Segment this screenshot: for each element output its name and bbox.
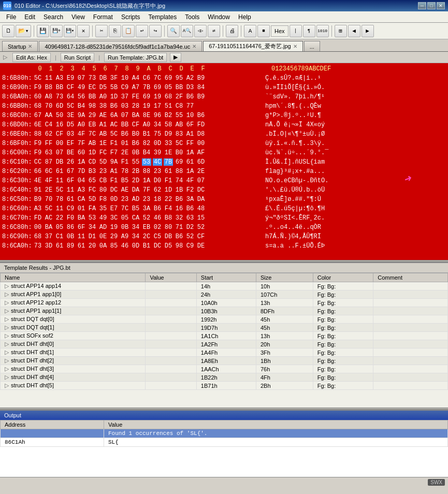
hex-byte[interactable]: 70 bbox=[44, 103, 53, 110]
hex-byte[interactable]: B6 bbox=[131, 140, 140, 147]
hex-byte[interactable]: B2 bbox=[164, 112, 173, 119]
hex-byte[interactable]: BB bbox=[88, 93, 97, 100]
hex-byte[interactable]: 23 bbox=[142, 196, 151, 203]
hex-byte[interactable]: 04 bbox=[77, 177, 86, 184]
hex-byte[interactable]: 11 bbox=[44, 75, 53, 82]
hex-byte[interactable]: 2E bbox=[44, 186, 53, 194]
hex-byte[interactable]: AD bbox=[98, 224, 108, 231]
hex-byte[interactable]: 2B bbox=[131, 168, 140, 175]
hex-byte[interactable]: AC bbox=[109, 121, 119, 128]
hex-byte[interactable]: 3A bbox=[185, 196, 195, 203]
hex-byte[interactable]: B6 bbox=[175, 196, 184, 203]
hex-byte[interactable]: 5D bbox=[88, 196, 97, 203]
hex-byte[interactable]: B4 bbox=[142, 149, 151, 156]
hex-byte[interactable]: CD bbox=[88, 158, 97, 166]
hex-byte[interactable]: 00 bbox=[196, 140, 206, 147]
hex-byte[interactable]: 23 bbox=[120, 196, 129, 203]
hex-byte[interactable]: 01 bbox=[77, 205, 86, 212]
hex-byte[interactable]: 6F bbox=[77, 224, 86, 231]
hex-byte[interactable]: CF bbox=[66, 84, 75, 91]
find-text-button[interactable]: A🔍 bbox=[181, 25, 193, 37]
hex-byte[interactable]: 37 bbox=[120, 93, 129, 100]
hex-byte[interactable]: 2E bbox=[120, 149, 129, 156]
hex-byte[interactable]: BA bbox=[44, 224, 53, 231]
hex-byte[interactable]: 69 bbox=[142, 93, 151, 100]
hex-byte[interactable]: 32 bbox=[175, 214, 184, 222]
hex-byte[interactable]: 16 bbox=[175, 205, 184, 212]
hex-byte[interactable]: 7C bbox=[88, 130, 97, 138]
hex-byte[interactable]: 22 bbox=[55, 214, 64, 222]
hex-byte[interactable]: EC bbox=[88, 84, 97, 91]
tab-jpg-close[interactable]: ✕ bbox=[293, 43, 297, 49]
hex-byte[interactable]: 4C bbox=[153, 158, 162, 166]
hex-byte[interactable]: 69 bbox=[153, 84, 162, 91]
hex-byte[interactable]: 17 bbox=[153, 103, 162, 110]
hex-byte[interactable]: CB bbox=[98, 177, 108, 184]
hex-byte[interactable]: DA bbox=[131, 186, 140, 194]
hex-byte[interactable]: B3 bbox=[88, 168, 97, 175]
back-button[interactable]: ◀ bbox=[348, 25, 360, 37]
hex-byte[interactable]: EB bbox=[88, 121, 97, 128]
hex-byte[interactable]: F2 bbox=[185, 186, 195, 194]
save-as-button[interactable]: 💾▾ bbox=[64, 25, 76, 37]
hex-byte[interactable]: 66 bbox=[33, 168, 42, 175]
menu-scripts[interactable]: Scripts bbox=[117, 12, 144, 22]
hex-byte[interactable]: 82 bbox=[142, 140, 151, 147]
hex-byte[interactable]: C9 bbox=[66, 205, 75, 212]
undo-button[interactable]: ↩ bbox=[136, 25, 148, 37]
hex-byte[interactable]: A3 bbox=[77, 186, 86, 194]
hex-byte[interactable]: 88 bbox=[175, 168, 184, 175]
hex-byte[interactable]: 15 bbox=[196, 214, 206, 222]
hex-byte[interactable]: C9 bbox=[185, 242, 195, 250]
hex-byte[interactable]: 2E bbox=[196, 168, 206, 175]
hex-byte[interactable]: 2D bbox=[131, 177, 140, 184]
hex-byte[interactable]: 2F bbox=[175, 93, 184, 100]
hex-byte[interactable]: A1 bbox=[98, 121, 108, 128]
hex-byte[interactable]: 6A bbox=[109, 112, 119, 119]
hex-byte[interactable]: 80 bbox=[164, 224, 173, 231]
edit-as-hex-button[interactable]: Edit As: Hex bbox=[12, 53, 51, 62]
hex-byte[interactable]: D5 bbox=[98, 84, 108, 91]
hex-byte[interactable]: 3D bbox=[44, 242, 53, 250]
hex-byte[interactable]: 61 bbox=[164, 168, 173, 175]
hex-byte[interactable]: A0 bbox=[98, 93, 108, 100]
hex-byte[interactable]: 53 bbox=[142, 158, 151, 166]
save-all-button[interactable]: 💾+ bbox=[50, 25, 63, 37]
hex-byte[interactable]: B6 bbox=[196, 112, 206, 119]
hex-byte[interactable]: 78 bbox=[120, 168, 129, 175]
hex-byte[interactable]: AD bbox=[131, 196, 140, 203]
template-table-row[interactable]: ▷struct DHT dht[0]1A2Fh20hFg: Bg: bbox=[1, 340, 448, 348]
hex-byte[interactable]: F1 bbox=[109, 177, 119, 184]
hex-byte[interactable]: 74 bbox=[175, 177, 184, 184]
hex-byte[interactable]: 61 bbox=[55, 168, 64, 175]
hex-byte[interactable]: A4 bbox=[131, 75, 140, 82]
hex-byte[interactable]: 03 bbox=[120, 103, 129, 110]
menu-edit[interactable]: Edit bbox=[20, 12, 39, 22]
hex-byte[interactable]: FD bbox=[33, 214, 42, 222]
hex-byte[interactable]: 11 bbox=[77, 233, 86, 240]
tab-jpg[interactable]: 67-19110511164476_爱奇艺.jpg ✕ bbox=[203, 41, 302, 51]
hex-byte[interactable]: F1 bbox=[120, 158, 129, 166]
hex-byte[interactable]: 56 bbox=[77, 93, 86, 100]
hex-byte[interactable]: AC bbox=[44, 214, 53, 222]
hex-byte[interactable]: 0D bbox=[153, 140, 162, 147]
hex-byte[interactable]: 69 bbox=[175, 158, 184, 166]
hex-byte[interactable]: 68 bbox=[33, 103, 42, 110]
hex-byte[interactable]: 80 bbox=[98, 186, 108, 194]
hex-byte[interactable]: FD bbox=[196, 121, 206, 128]
save-button[interactable]: 💾 bbox=[37, 25, 49, 37]
hex-byte[interactable]: 4F bbox=[185, 177, 195, 184]
hex-byte[interactable]: 87 bbox=[44, 158, 53, 166]
hex-byte[interactable]: E7 bbox=[109, 205, 119, 212]
hex-byte[interactable]: 1E bbox=[164, 149, 173, 156]
hex-byte[interactable]: A0 bbox=[77, 121, 86, 128]
maximize-button[interactable]: □ bbox=[427, 2, 436, 9]
hex-byte[interactable]: B9 bbox=[196, 93, 206, 100]
hex-byte[interactable]: B6 bbox=[175, 233, 184, 240]
close-button-tb[interactable]: ✕ bbox=[77, 25, 90, 37]
hex-byte[interactable]: B6 bbox=[185, 205, 195, 212]
hex-byte[interactable]: B6 bbox=[185, 93, 195, 100]
hex-byte[interactable]: 5C bbox=[66, 103, 75, 110]
menu-templates[interactable]: Templates bbox=[144, 12, 181, 22]
hex-byte[interactable]: FF bbox=[44, 140, 53, 147]
